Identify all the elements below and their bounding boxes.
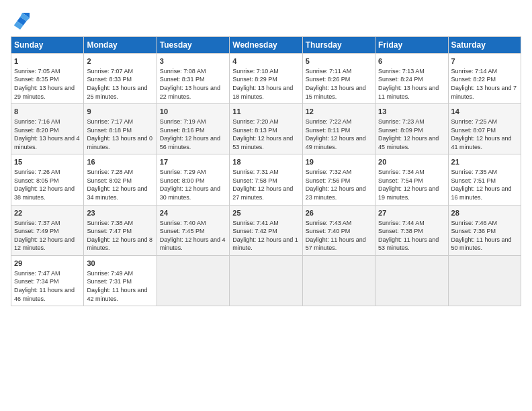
calendar-cell: 29Sunrise: 7:47 AMSunset: 7:34 PMDayligh…: [11, 255, 84, 306]
header-sunday: Sunday: [11, 37, 84, 54]
day-number: 11: [232, 107, 299, 117]
header-wednesday: Wednesday: [230, 37, 302, 54]
day-number: 27: [378, 208, 445, 218]
calendar-cell: [302, 255, 375, 306]
calendar-cell: 12Sunrise: 7:22 AMSunset: 8:11 PMDayligh…: [302, 104, 375, 154]
header-tuesday: Tuesday: [157, 37, 229, 54]
header-thursday: Thursday: [302, 37, 375, 54]
day-number: 26: [306, 208, 372, 218]
day-number: 18: [232, 157, 299, 167]
day-number: 4: [232, 56, 299, 66]
day-number: 2: [87, 56, 153, 66]
cell-info: Sunrise: 7:46 AMSunset: 7:36 PMDaylight:…: [451, 219, 518, 253]
calendar-week-row: 1Sunrise: 7:05 AMSunset: 8:35 PMDaylight…: [11, 54, 521, 104]
cell-info: Sunrise: 7:14 AMSunset: 8:22 PMDaylight:…: [451, 67, 518, 101]
header-friday: Friday: [375, 37, 448, 54]
day-number: 6: [378, 56, 445, 66]
calendar-cell: 4Sunrise: 7:10 AMSunset: 8:29 PMDaylight…: [230, 54, 302, 104]
day-number: 15: [14, 157, 81, 167]
cell-info: Sunrise: 7:44 AMSunset: 7:38 PMDaylight:…: [378, 219, 445, 253]
calendar-cell: [157, 255, 229, 306]
calendar-cell: 21Sunrise: 7:35 AMSunset: 7:51 PMDayligh…: [448, 154, 521, 205]
calendar-cell: 17Sunrise: 7:29 AMSunset: 8:00 PMDayligh…: [157, 154, 229, 205]
cell-info: Sunrise: 7:43 AMSunset: 7:40 PMDaylight:…: [306, 219, 372, 253]
cell-info: Sunrise: 7:10 AMSunset: 8:29 PMDaylight:…: [232, 67, 299, 101]
calendar-cell: 15Sunrise: 7:26 AMSunset: 8:05 PMDayligh…: [11, 154, 84, 205]
cell-info: Sunrise: 7:25 AMSunset: 8:07 PMDaylight:…: [451, 118, 518, 151]
calendar-cell: 14Sunrise: 7:25 AMSunset: 8:07 PMDayligh…: [448, 104, 521, 154]
calendar-week-row: 29Sunrise: 7:47 AMSunset: 7:34 PMDayligh…: [11, 255, 521, 306]
calendar-cell: [375, 255, 448, 306]
calendar-cell: [448, 255, 521, 306]
day-number: 24: [160, 208, 226, 218]
calendar-cell: 18Sunrise: 7:31 AMSunset: 7:58 PMDayligh…: [230, 154, 302, 205]
calendar-cell: 8Sunrise: 7:16 AMSunset: 8:20 PMDaylight…: [11, 104, 84, 154]
calendar-table: Sunday Monday Tuesday Wednesday Thursday…: [11, 36, 521, 306]
calendar-cell: 20Sunrise: 7:34 AMSunset: 7:54 PMDayligh…: [375, 154, 448, 205]
cell-info: Sunrise: 7:19 AMSunset: 8:16 PMDaylight:…: [160, 118, 226, 151]
calendar-cell: 11Sunrise: 7:20 AMSunset: 8:13 PMDayligh…: [230, 104, 302, 154]
day-number: 10: [160, 107, 226, 117]
day-number: 29: [14, 259, 81, 269]
cell-info: Sunrise: 7:31 AMSunset: 7:58 PMDaylight:…: [232, 168, 299, 201]
calendar-cell: 2Sunrise: 7:07 AMSunset: 8:33 PMDaylight…: [84, 54, 157, 104]
cell-info: Sunrise: 7:20 AMSunset: 8:13 PMDaylight:…: [232, 118, 299, 151]
cell-info: Sunrise: 7:28 AMSunset: 8:02 PMDaylight:…: [87, 168, 153, 201]
day-number: 7: [451, 56, 518, 66]
cell-info: Sunrise: 7:49 AMSunset: 7:31 PMDaylight:…: [87, 269, 153, 303]
cell-info: Sunrise: 7:05 AMSunset: 8:35 PMDaylight:…: [14, 67, 81, 101]
cell-info: Sunrise: 7:32 AMSunset: 7:56 PMDaylight:…: [306, 168, 372, 201]
calendar-cell: 5Sunrise: 7:11 AMSunset: 8:26 PMDaylight…: [302, 54, 375, 104]
calendar-cell: 10Sunrise: 7:19 AMSunset: 8:16 PMDayligh…: [157, 104, 229, 154]
day-number: 20: [378, 157, 445, 167]
cell-info: Sunrise: 7:23 AMSunset: 8:09 PMDaylight:…: [378, 118, 445, 151]
cell-info: Sunrise: 7:26 AMSunset: 8:05 PMDaylight:…: [14, 168, 81, 201]
day-number: 28: [451, 208, 518, 218]
logo-icon: [11, 11, 30, 30]
day-number: 22: [14, 208, 81, 218]
calendar-cell: 16Sunrise: 7:28 AMSunset: 8:02 PMDayligh…: [84, 154, 157, 205]
day-number: 16: [87, 157, 153, 167]
day-number: 17: [160, 157, 226, 167]
calendar-week-row: 22Sunrise: 7:37 AMSunset: 7:49 PMDayligh…: [11, 205, 521, 255]
cell-info: Sunrise: 7:16 AMSunset: 8:20 PMDaylight:…: [14, 118, 81, 151]
day-number: 3: [160, 56, 226, 66]
calendar-cell: 23Sunrise: 7:38 AMSunset: 7:47 PMDayligh…: [84, 205, 157, 255]
header-saturday: Saturday: [448, 37, 521, 54]
logo: [11, 11, 32, 30]
day-number: 25: [232, 208, 299, 218]
cell-info: Sunrise: 7:22 AMSunset: 8:11 PMDaylight:…: [306, 118, 372, 151]
calendar-cell: 25Sunrise: 7:41 AMSunset: 7:42 PMDayligh…: [230, 205, 302, 255]
cell-info: Sunrise: 7:38 AMSunset: 7:47 PMDaylight:…: [87, 219, 153, 253]
day-number: 21: [451, 157, 518, 167]
page-header: [11, 11, 521, 30]
calendar-cell: 19Sunrise: 7:32 AMSunset: 7:56 PMDayligh…: [302, 154, 375, 205]
day-number: 13: [378, 107, 445, 117]
day-number: 14: [451, 107, 518, 117]
day-number: 19: [306, 157, 372, 167]
cell-info: Sunrise: 7:37 AMSunset: 7:49 PMDaylight:…: [14, 219, 81, 253]
header-monday: Monday: [84, 37, 157, 54]
calendar-cell: 3Sunrise: 7:08 AMSunset: 8:31 PMDaylight…: [157, 54, 229, 104]
calendar-cell: 9Sunrise: 7:17 AMSunset: 8:18 PMDaylight…: [84, 104, 157, 154]
calendar-cell: 1Sunrise: 7:05 AMSunset: 8:35 PMDaylight…: [11, 54, 84, 104]
cell-info: Sunrise: 7:40 AMSunset: 7:45 PMDaylight:…: [160, 219, 226, 253]
cell-info: Sunrise: 7:29 AMSunset: 8:00 PMDaylight:…: [160, 168, 226, 201]
calendar-cell: 24Sunrise: 7:40 AMSunset: 7:45 PMDayligh…: [157, 205, 229, 255]
calendar-cell: 28Sunrise: 7:46 AMSunset: 7:36 PMDayligh…: [448, 205, 521, 255]
cell-info: Sunrise: 7:17 AMSunset: 8:18 PMDaylight:…: [87, 118, 153, 151]
cell-info: Sunrise: 7:08 AMSunset: 8:31 PMDaylight:…: [160, 67, 226, 101]
calendar-week-row: 8Sunrise: 7:16 AMSunset: 8:20 PMDaylight…: [11, 104, 521, 154]
calendar-cell: 13Sunrise: 7:23 AMSunset: 8:09 PMDayligh…: [375, 104, 448, 154]
calendar-cell: 26Sunrise: 7:43 AMSunset: 7:40 PMDayligh…: [302, 205, 375, 255]
calendar-cell: [230, 255, 302, 306]
calendar-cell: 7Sunrise: 7:14 AMSunset: 8:22 PMDaylight…: [448, 54, 521, 104]
calendar-cell: 22Sunrise: 7:37 AMSunset: 7:49 PMDayligh…: [11, 205, 84, 255]
calendar-cell: 6Sunrise: 7:13 AMSunset: 8:24 PMDaylight…: [375, 54, 448, 104]
day-number: 30: [87, 259, 153, 269]
cell-info: Sunrise: 7:34 AMSunset: 7:54 PMDaylight:…: [378, 168, 445, 201]
day-number: 5: [306, 56, 372, 66]
cell-info: Sunrise: 7:47 AMSunset: 7:34 PMDaylight:…: [14, 269, 81, 303]
cell-info: Sunrise: 7:13 AMSunset: 8:24 PMDaylight:…: [378, 67, 445, 101]
calendar-week-row: 15Sunrise: 7:26 AMSunset: 8:05 PMDayligh…: [11, 154, 521, 205]
